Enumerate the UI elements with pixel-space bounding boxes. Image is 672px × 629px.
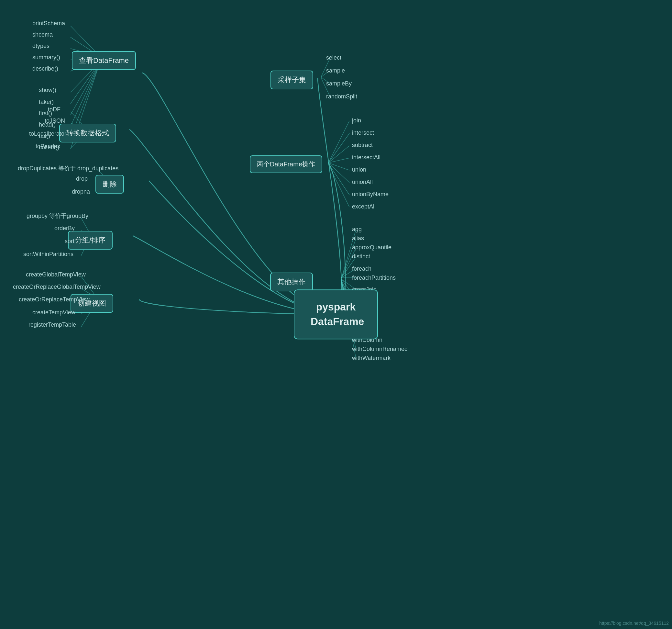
leaf-dropna: dropna	[72, 188, 90, 195]
leaf-unionAll: unionAll	[352, 179, 373, 186]
leaf-distinct: distinct	[352, 253, 370, 260]
leaf-alias: alias	[352, 235, 364, 242]
svg-line-41	[341, 248, 356, 278]
leaf-toPandas: toPandas	[35, 143, 60, 150]
leaf-randomSplit: randomSplit	[326, 93, 357, 100]
leaf-createOrReplaceTempView: createOrReplaceTempView	[19, 296, 90, 303]
leaf-union: union	[352, 166, 366, 173]
center-node-text: pyspark DataFrame	[311, 300, 361, 329]
leaf-toDF: toDF	[48, 106, 61, 113]
branch-convert-format: 转换数据格式	[59, 124, 116, 142]
leaf-describe: describe()	[32, 65, 58, 72]
leaf-registerTempTable: registerTempTable	[28, 322, 76, 328]
leaf-join: join	[352, 117, 361, 124]
svg-line-31	[329, 121, 350, 163]
leaf-sort: sort	[65, 238, 74, 245]
leaf-toJSON: toJSON	[45, 117, 65, 124]
branch-view-dataframe: 查看DataFrame	[72, 51, 136, 70]
leaf-sortWithinPartitions: sortWithinPartitions	[23, 251, 73, 258]
leaf-withWatermark: withWatermark	[352, 355, 390, 362]
leaf-groupby: groupby 等价于groupBy	[26, 212, 88, 220]
leaf-show: show()	[39, 87, 56, 94]
leaf-foreachPartitions: foreachPartitions	[352, 275, 396, 281]
branch-sample-subset: 采样子集	[270, 71, 313, 89]
leaf-intersect: intersect	[352, 130, 374, 136]
svg-line-38	[329, 164, 350, 207]
svg-line-32	[329, 133, 350, 163]
leaf-approxQuantile: approxQuantile	[352, 244, 391, 251]
mind-map: pyspark DataFrame 查看DataFrame printSchem…	[0, 0, 672, 629]
leaf-agg: agg	[352, 226, 362, 233]
leaf-toLocalIterator: toLocalIterator	[29, 131, 66, 137]
leaf-createGlobalTempView: createGlobalTempView	[26, 271, 86, 278]
leaf-printSchema: printSchema	[32, 20, 65, 27]
leaf-summary: summary()	[32, 54, 60, 61]
leaf-createOrReplaceGlobalTempView: createOrReplaceGlobalTempView	[13, 284, 101, 290]
branch-other-ops: 其他操作	[270, 273, 313, 292]
leaf-dropDuplicates: dropDuplicates 等价于 drop_duplicates	[18, 164, 118, 172]
center-node: pyspark DataFrame	[294, 289, 378, 339]
leaf-subtract: subtract	[352, 142, 373, 148]
leaf-createTempView: createTempView	[32, 309, 75, 316]
leaf-dtypes: dtypes	[32, 43, 49, 49]
svg-line-34	[329, 158, 350, 163]
leaf-foreach: foreach	[352, 265, 371, 272]
svg-line-36	[329, 163, 350, 183]
svg-line-33	[329, 146, 350, 163]
svg-line-8	[71, 62, 100, 126]
branch-two-df-ops: 两个DataFrame操作	[250, 155, 322, 173]
leaf-exceptAll: exceptAll	[352, 203, 376, 210]
leaf-shcema: shcema	[32, 31, 53, 38]
leaf-withColumnRenamed: withColumnRenamed	[352, 346, 408, 352]
svg-line-35	[329, 163, 350, 170]
leaf-sample: sample	[326, 67, 345, 74]
leaf-unionByName: unionByName	[352, 191, 389, 198]
watermark: https://blog.csdn.net/qq_34615112	[599, 621, 669, 626]
leaf-sampleBy: sampleBy	[326, 80, 352, 87]
leaf-orderBy: orderBy	[54, 225, 75, 232]
leaf-take: take()	[39, 99, 54, 106]
leaf-select: select	[326, 54, 341, 61]
branch-delete: 删除	[95, 175, 124, 193]
leaf-drop: drop	[76, 176, 88, 182]
svg-line-37	[329, 163, 350, 195]
branch-group-sort: 分组/排序	[68, 231, 113, 250]
leaf-intersectAll: intersectAll	[352, 154, 381, 161]
